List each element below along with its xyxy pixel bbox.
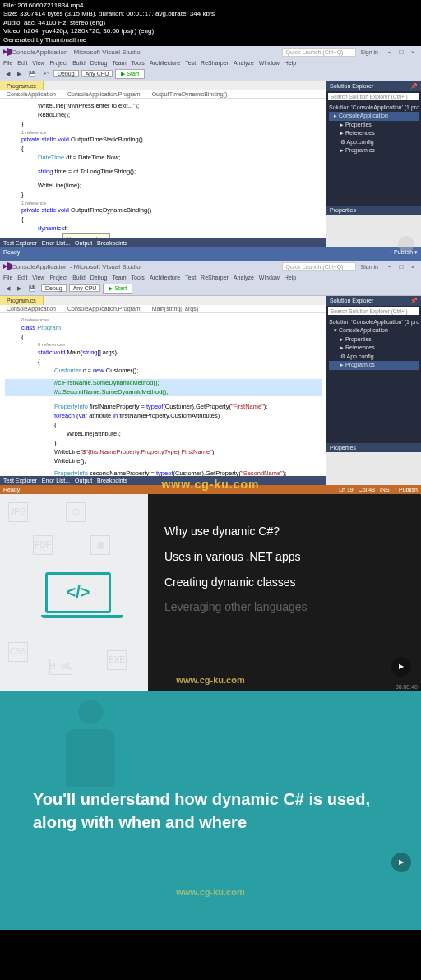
back-icon[interactable]: ◀ [3, 70, 12, 78]
quick-launch-input-2[interactable]: Quick Launch (Ctrl+Q) [282, 262, 356, 271]
code-editor-2[interactable]: 0 references class Program { 0 reference… [0, 313, 326, 476]
config-dropdown[interactable]: Debug [53, 70, 79, 77]
menu-team[interactable]: Team [112, 275, 126, 280]
platform-dropdown[interactable]: Any CPU [69, 284, 101, 292]
signin-link-2[interactable]: Sign in [361, 264, 378, 270]
menu-resharper[interactable]: ReSharper [201, 275, 229, 280]
se-app-config[interactable]: ⚙ App.config [329, 138, 419, 147]
highlighted-line-1: //c.FirstName.SomeDynamicMethod(); [5, 379, 322, 388]
se-title: Solution Explorer [330, 83, 373, 90]
menu-project[interactable]: Project [49, 60, 67, 66]
menu-bar: File Edit View Project Build Debug Team … [0, 58, 421, 67]
se-pin-icon[interactable]: 📌 [410, 83, 418, 90]
se-references[interactable]: ▸ References [329, 344, 419, 353]
tab-output[interactable]: Output [75, 240, 92, 246]
tab-breakpoints[interactable]: Breakpoints [97, 240, 127, 246]
se-search-input-2[interactable]: Search Solution Explorer (Ctrl+;) [328, 307, 419, 315]
menu-team[interactable]: Team [112, 60, 126, 66]
menu-architecture[interactable]: Architecture [150, 275, 180, 280]
tab-error-list[interactable]: Error List... [42, 478, 70, 483]
minimize-button[interactable]: − [385, 48, 395, 56]
bc-project-2[interactable]: ConsoleApplication [3, 306, 59, 312]
menu-help[interactable]: Help [285, 275, 296, 280]
start-button[interactable]: ▶ Start [115, 69, 145, 79]
se-program-cs[interactable]: ▸ Program.cs [329, 361, 419, 370]
signin-link[interactable]: Sign in [361, 49, 378, 55]
bc-class[interactable]: ConsoleApplication.Program [64, 91, 144, 97]
tab-test-explorer[interactable]: Test Explorer [3, 478, 37, 483]
maximize-button-2[interactable]: □ [396, 262, 406, 270]
menu-build[interactable]: Build [72, 60, 86, 66]
tab-breakpoints[interactable]: Breakpoints [97, 478, 127, 483]
titlebar: ConsoleApplication - Microsoft Visual St… [0, 46, 421, 58]
menu-analyze[interactable]: Analyze [234, 60, 254, 66]
menu-window[interactable]: Window [259, 60, 280, 66]
se-solution[interactable]: Solution 'ConsoleApplication' (1 project… [329, 104, 419, 113]
forward-icon[interactable]: ▶ [15, 284, 24, 293]
config-dropdown[interactable]: Debug [41, 284, 67, 292]
tab-output[interactable]: Output [75, 478, 92, 483]
se-search-input[interactable]: Search Solution Explorer (Ctrl+;) [328, 93, 419, 100]
menu-test[interactable]: Test [185, 60, 196, 66]
save-icon[interactable]: 💾 [26, 284, 39, 293]
menu-project[interactable]: Project [49, 275, 67, 280]
menu-window[interactable]: Window [259, 275, 280, 280]
tab-program-cs[interactable]: Program.cs [0, 81, 44, 90]
se-properties[interactable]: ▸ Properties [329, 121, 419, 130]
close-button[interactable]: × [408, 48, 418, 56]
code-editor[interactable]: WriteLine("\n\nPress enter to exit...");… [0, 99, 326, 238]
minimize-button-2[interactable]: − [385, 262, 395, 270]
bc-method-2[interactable]: Main(string[] args) [149, 306, 201, 312]
menu-build[interactable]: Build [72, 275, 86, 280]
menu-view[interactable]: View [32, 60, 44, 66]
window-title-2: ConsoleApplication - Microsoft Visual St… [12, 263, 282, 270]
bc-method[interactable]: OutputTimeDynamicBinding() [149, 91, 231, 97]
menu-tools[interactable]: Tools [132, 275, 145, 280]
se-properties[interactable]: ▸ Properties [329, 335, 419, 344]
menu-tools[interactable]: Tools [132, 60, 145, 66]
menu-view[interactable]: View [32, 275, 44, 280]
maximize-button[interactable]: □ [396, 48, 406, 56]
se-app-config[interactable]: ⚙ App.config [329, 353, 419, 362]
undo-icon[interactable]: ↶ [41, 70, 51, 78]
menu-resharper[interactable]: ReSharper [201, 60, 229, 66]
se-program-cs[interactable]: ▸ Program.cs [329, 146, 419, 155]
tab-test-explorer[interactable]: Test Explorer [3, 240, 37, 246]
menu-debug[interactable]: Debug [90, 60, 108, 66]
menu-analyze[interactable]: Analyze [234, 275, 254, 280]
close-button-2[interactable]: × [408, 262, 418, 270]
forward-icon[interactable]: ▶ [15, 70, 24, 78]
bc-class-2[interactable]: ConsoleApplication.Program [64, 306, 144, 312]
menu-file[interactable]: File [3, 275, 12, 280]
thumbnail-badge-icon [398, 236, 414, 252]
menu-edit[interactable]: Edit [17, 275, 27, 280]
vs-ide-panel-2: ConsoleApplication - Microsoft Visual St… [0, 261, 421, 494]
se-project[interactable]: ▾ ConsoleApplication [329, 326, 419, 335]
slide-dynamic-csharp: JPG ⬡ PDF ▦ CSS HTML EXE </> Why use dyn… [0, 494, 421, 691]
platform-dropdown[interactable]: Any CPU [81, 70, 113, 77]
toolbar: ◀ ▶ 💾 ↶ Debug Any CPU ▶ Start [0, 67, 421, 81]
bc-project[interactable]: ConsoleApplication [3, 91, 59, 97]
menu-file[interactable]: File [3, 60, 12, 66]
save-icon[interactable]: 💾 [26, 70, 39, 78]
se-references[interactable]: ▸ References [329, 129, 419, 138]
tab-program-cs-2[interactable]: Program.cs [0, 296, 44, 305]
code-breadcrumb-2: ConsoleApplication ConsoleApplication.Pr… [0, 305, 326, 313]
vs-logo-icon [3, 262, 12, 270]
menu-test[interactable]: Test [185, 275, 196, 280]
menu-debug[interactable]: Debug [90, 275, 108, 280]
quick-launch-input[interactable]: Quick Launch (Ctrl+Q) [282, 48, 356, 57]
se-project[interactable]: ▸ ConsoleApplication [329, 112, 419, 121]
window-title: ConsoleApplication - Microsoft Visual St… [12, 49, 282, 56]
menu-architecture[interactable]: Architecture [150, 60, 180, 66]
se-solution[interactable]: Solution 'ConsoleApplication' (1 project… [329, 318, 419, 327]
bullet-2: Uses in various .NET apps [164, 544, 405, 570]
menu-help[interactable]: Help [285, 60, 296, 66]
status-line: Ln 19 [339, 487, 354, 492]
back-icon[interactable]: ◀ [3, 284, 12, 293]
se-pin-icon[interactable]: 📌 [410, 298, 418, 304]
start-button[interactable]: ▶ Start [103, 284, 132, 294]
menu-edit[interactable]: Edit [17, 60, 27, 66]
publish-button-2[interactable]: ↑ Publish [395, 487, 418, 492]
tab-error-list[interactable]: Error List... [42, 240, 70, 246]
